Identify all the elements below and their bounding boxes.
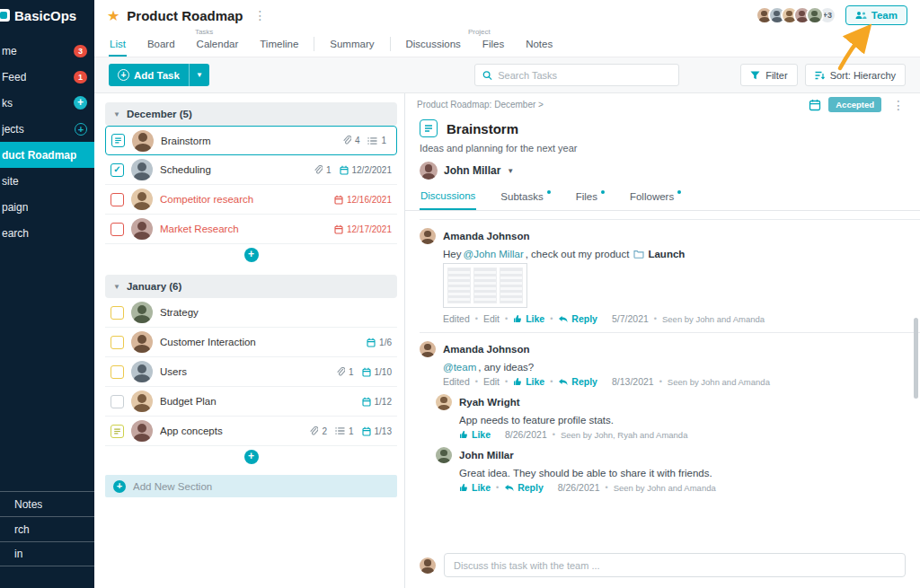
task-checkbox[interactable] [420, 119, 438, 137]
search-box[interactable] [474, 64, 679, 86]
edit-action[interactable]: Edit [483, 376, 500, 387]
like-action[interactable]: Like [513, 376, 544, 387]
assignee-control[interactable]: John Millar ▼ [405, 154, 920, 187]
logo-icon [0, 9, 10, 22]
thumbs-up-icon [459, 430, 468, 439]
reply-action[interactable]: Reply [504, 482, 544, 493]
avatar [131, 331, 153, 353]
add-task-main[interactable]: + Add Task [109, 64, 189, 86]
task-row[interactable]: Users 11/10 [105, 357, 397, 387]
status-badge[interactable]: Accepted [828, 97, 881, 112]
task-row[interactable]: Market Research 12/17/2021 [105, 215, 397, 244]
document-name: Launch [648, 249, 685, 259]
tab-summary[interactable]: Summary [329, 37, 375, 57]
sidebar-item[interactable]: site [0, 168, 94, 194]
task-row[interactable]: Brainstorm 41 [105, 126, 397, 155]
task-checkbox[interactable]: ✓ [111, 163, 124, 177]
member-avatars[interactable] [761, 6, 824, 24]
breadcrumb[interactable]: Product Roadmap: December > [417, 100, 544, 110]
comment-reply: Ryah Wright App needs to feature profile… [436, 394, 906, 440]
due-date: 1/6 [379, 338, 392, 347]
document-link[interactable]: Launch [633, 249, 685, 259]
sidebar-item[interactable]: earch [0, 220, 94, 246]
comment: Amanda Johnson @team, any ideas?Edited•E… [420, 341, 906, 493]
tab-timeline[interactable]: Timeline [259, 37, 299, 57]
tab-calendar[interactable]: Calendar [196, 37, 240, 57]
section-gap [105, 266, 397, 275]
tab-discussions[interactable]: Discussions [405, 37, 462, 57]
tab-board[interactable]: Board [146, 37, 176, 57]
tab-notes[interactable]: Notes [525, 37, 553, 57]
due-date: 12/17/2021 [347, 224, 392, 234]
task-checkbox[interactable] [111, 336, 124, 349]
detail-tab-discussions[interactable]: Discussions [420, 187, 476, 210]
attachment-count: 4 [355, 136, 360, 145]
mention[interactable]: @team [443, 362, 476, 373]
section-header[interactable]: ▼ January (6) [105, 275, 397, 298]
task-checkbox[interactable] [111, 365, 124, 379]
activity-dot [547, 190, 551, 194]
task-row[interactable]: Budget Plan 1/12 [105, 387, 397, 417]
task-row[interactable]: Strategy [105, 298, 397, 328]
add-icon[interactable]: + [74, 96, 87, 110]
add-task-dropdown[interactable]: ▼ [189, 64, 209, 86]
title-menu-icon[interactable]: ⋮ [251, 8, 270, 22]
comment-input-box[interactable] [444, 553, 906, 577]
add-task-button[interactable]: + Add Task ▼ [109, 64, 209, 86]
sidebar-footer-item[interactable]: in [0, 541, 94, 566]
team-button[interactable]: Team [845, 5, 907, 25]
section-header[interactable]: ▼ December (5) [105, 102, 397, 126]
sidebar-item[interactable]: jects+ [0, 116, 94, 142]
sidebar-item[interactable]: paign [0, 194, 94, 220]
tab-separator [390, 37, 391, 51]
task-checkbox[interactable] [111, 306, 124, 320]
paperclip-icon [314, 165, 323, 175]
edit-action[interactable]: Edit [483, 313, 500, 324]
task-row[interactable]: ✓ Scheduling 112/2/2021 [105, 155, 397, 185]
thread-divider [420, 219, 920, 220]
task-row[interactable]: Customer Interaction 1/6 [105, 328, 397, 357]
like-action[interactable]: Like [459, 482, 491, 493]
reply-action[interactable]: Reply [558, 313, 597, 324]
sidebar-item[interactable]: me3 [0, 38, 94, 64]
sort-button[interactable]: Sort: Hierarchy [805, 64, 906, 86]
add-icon[interactable]: + [75, 123, 87, 136]
like-action[interactable]: Like [459, 429, 491, 440]
reply-action[interactable]: Reply [558, 376, 597, 387]
thread-scrollbar[interactable] [914, 318, 918, 399]
task-row[interactable]: Competitor research 12/16/2021 [105, 185, 397, 215]
sidebar-footer-item[interactable]: Notes [0, 491, 94, 516]
comment-text: , any ideas? [478, 362, 534, 373]
app-logo[interactable]: BasicOps [0, 0, 94, 31]
tab-files[interactable]: Files [482, 37, 505, 57]
task-row[interactable]: App concepts 211/13 [105, 417, 397, 446]
task-checkbox[interactable] [111, 193, 124, 206]
sidebar-item[interactable]: Feed1 [0, 64, 94, 90]
mention[interactable]: @John Millar [463, 249, 523, 259]
task-checkbox[interactable] [111, 425, 124, 438]
attachment-count: 1 [349, 367, 354, 377]
task-checkbox[interactable] [111, 395, 124, 408]
add-icon[interactable]: + [244, 248, 259, 262]
sidebar: BasicOps me3Feed1ks+jects+duct Roadmapsi… [0, 0, 94, 588]
detail-tab-files[interactable]: Files [575, 187, 606, 210]
detail-tab-followers[interactable]: Followers [629, 187, 682, 210]
attachment-thumbnail[interactable] [443, 263, 527, 308]
favorite-star-icon[interactable]: ★ [107, 7, 119, 24]
task-checkbox[interactable] [111, 223, 124, 236]
add-new-section[interactable]: + Add New Section [105, 475, 397, 497]
like-action[interactable]: Like [513, 313, 544, 324]
task-checkbox[interactable] [111, 134, 125, 147]
sidebar-item[interactable]: duct Roadmap [0, 142, 94, 168]
comment-input[interactable] [454, 560, 896, 571]
calendar-icon[interactable] [809, 99, 821, 111]
detail-menu-icon[interactable]: ⋮ [889, 98, 908, 112]
sidebar-item[interactable]: ks+ [0, 90, 94, 116]
search-input[interactable] [498, 70, 671, 81]
detail-tab-subtasks[interactable]: Subtasks [500, 187, 551, 210]
sidebar-footer-item[interactable]: rch [0, 516, 94, 541]
add-icon[interactable]: + [244, 450, 259, 464]
filter-button[interactable]: Filter [740, 64, 797, 86]
tab-list[interactable]: List [109, 37, 127, 57]
tab-group: TasksListBoardCalendarTimeline [109, 28, 299, 57]
